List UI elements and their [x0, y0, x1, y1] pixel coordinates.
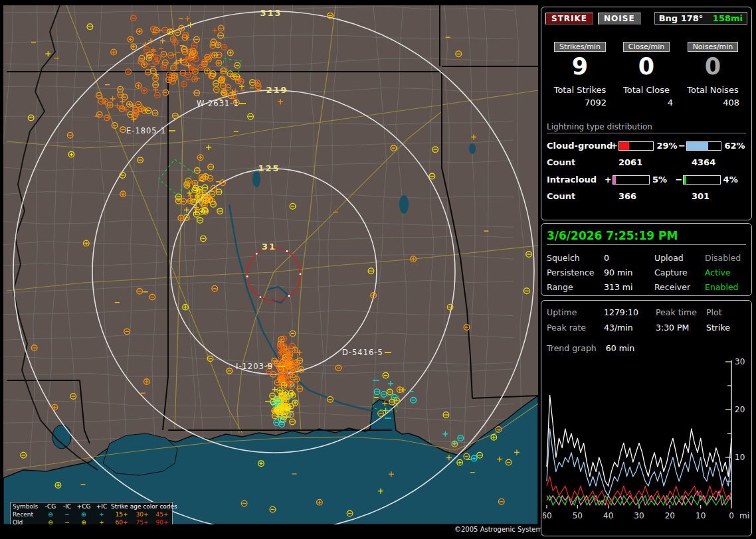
uptime-value: 1279:10 [604, 307, 656, 317]
ic-minus-count: 301 [692, 191, 709, 201]
persistence-label: Persistence [547, 268, 604, 277]
ic-plus-old-icon: + [92, 518, 111, 524]
cloud-ground-row: Cloud-ground + 29% − 62% [547, 141, 746, 151]
close-column: Close/min 0 Total Close 4 [613, 39, 680, 108]
legend-col-cg-plus: +CG [75, 502, 92, 510]
age-15: 15+ [111, 510, 132, 518]
cg-plus-recent-icon: ⊕ [75, 510, 92, 518]
svg-text:20: 20 [665, 511, 675, 520]
status-panel: 3/6/2026 7:25:19 PM Squelch 0 Upload Dis… [541, 223, 752, 296]
peak-time-label: Peak time [656, 307, 706, 317]
ic-minus-pct: 4% [723, 175, 746, 185]
trend-window-value: 60 min [606, 343, 634, 353]
strikes-per-min-chip: Strikes/min [554, 42, 606, 52]
uptime-label: Uptime [547, 307, 604, 317]
svg-text:219: 219 [266, 85, 288, 95]
bearing-distance: 158mi [713, 13, 743, 23]
ic-minus-old-icon: − [59, 518, 75, 524]
svg-text:10: 10 [696, 511, 706, 520]
peak-rate-value: 43/min [604, 323, 656, 333]
age-45: 45+ [152, 510, 172, 518]
trend-panel: Uptime 1279:10 Peak time Plot Peak rate … [541, 300, 752, 536]
cg-minus-recent-icon: ⊖ [42, 510, 59, 518]
legend-old-row: Old ⊖ − ⊕ + 60+ 75+ 90+ [11, 518, 172, 524]
svg-text:31: 31 [262, 242, 276, 252]
cg-plus-bar [618, 141, 654, 151]
bearing-readout: Bng 178° 158mi [654, 12, 747, 25]
squelch-value: 0 [604, 253, 654, 263]
stats-panel: STRIKE NOISE Bng 178° 158mi Strikes/min … [541, 7, 752, 220]
map-canvas[interactable]: W-2631-1E-1805-1I-1203-9D-5416-531321912… [3, 5, 538, 524]
lightning-map[interactable]: W-2631-1E-1805-1I-1203-9D-5416-531321912… [3, 5, 538, 524]
svg-text:50: 50 [573, 511, 583, 520]
cg-plus-old-icon: ⊕ [75, 518, 92, 524]
svg-text:I-1203-9: I-1203-9 [236, 362, 273, 371]
plot-label: Plot [706, 307, 750, 317]
plus-sign: + [605, 175, 612, 185]
noises-per-min-value: 0 [680, 53, 746, 80]
cg-minus-pct: 62% [724, 141, 746, 151]
distribution-title: Lightning type distribution [547, 122, 746, 133]
rate-columns: Strikes/min 9 Total Strikes 7092 Close/m… [547, 39, 746, 108]
legend-header-row: Symbols -CG -IC +CG +IC Strike age color… [11, 502, 172, 510]
plot-mode-value: Strike [706, 323, 750, 333]
settings-grid: Squelch 0 Upload Disabled Persistence 90… [547, 253, 746, 292]
ic-minus-recent-icon: − [59, 510, 75, 518]
persistence-value: 90 min [604, 268, 654, 277]
intracloud-row: Intracloud + 5% − 4% [547, 175, 746, 185]
cloud-ground-count-row: Count 2061 4364 [547, 157, 746, 167]
strikes-per-min-value: 9 [547, 53, 613, 80]
noise-button[interactable]: NOISE [598, 13, 641, 25]
squelch-label: Squelch [547, 253, 604, 263]
svg-text:30: 30 [735, 357, 745, 366]
intracloud-label: Intracloud [547, 175, 605, 185]
legend-recent-label: Recent [13, 510, 42, 518]
map-legend: Symbols -CG -IC +CG +IC Strike age color… [10, 502, 173, 524]
noises-column: Noises/min 0 Total Noises 408 [680, 39, 746, 108]
noises-per-min-chip: Noises/min [688, 42, 739, 52]
svg-text:313: 313 [260, 8, 282, 18]
ic-plus-recent-icon: + [92, 510, 111, 518]
ic-minus-bar [683, 175, 720, 185]
svg-text:0: 0 [729, 511, 734, 520]
svg-text:W-2631-1: W-2631-1 [197, 99, 239, 108]
age-75: 75+ [132, 518, 152, 524]
intracloud-count-row: Count 366 301 [547, 191, 746, 201]
count-label: Count [547, 157, 618, 167]
legend-col-ic-plus: +IC [92, 502, 111, 510]
close-per-min-value: 0 [613, 53, 680, 80]
legend-col-cg-minus: -CG [42, 502, 59, 510]
datetime-display: 3/6/2026 7:25:19 PM [547, 229, 746, 245]
svg-text:20: 20 [735, 405, 745, 414]
total-noises-value: 408 [680, 98, 746, 108]
age-60: 60+ [111, 518, 132, 524]
cg-minus-old-icon: ⊖ [42, 518, 59, 524]
close-per-min-chip: Close/min [623, 42, 670, 52]
age-30: 30+ [132, 510, 152, 518]
legend-col-ic-minus: -IC [59, 502, 75, 510]
upload-label: Upload [654, 253, 705, 263]
minus-sign: − [675, 175, 682, 185]
mode-button-row: STRIKE NOISE Bng 178° 158mi [545, 12, 747, 25]
strike-button[interactable]: STRIKE [545, 13, 593, 25]
legend-age-header: Strike age color codes [111, 502, 172, 510]
age-90: 90+ [152, 518, 172, 524]
count-label: Count [547, 191, 618, 201]
minus-sign: − [678, 141, 686, 151]
lightning-type-distribution: Lightning type distribution Cloud-ground… [547, 122, 746, 201]
plus-sign: + [611, 141, 618, 151]
trend-graph-header: Trend graph 60 min [547, 343, 746, 353]
capture-label: Capture [654, 268, 705, 277]
cg-minus-bar [686, 141, 721, 151]
ic-plus-bar [613, 175, 650, 185]
copyright-text: ©2005 Astrogenic Systems [454, 526, 545, 533]
svg-text:60: 60 [543, 511, 552, 520]
total-close-label: Total Close [613, 85, 680, 95]
trend-graph-label: Trend graph [547, 343, 597, 353]
receiver-label: Receiver [654, 282, 705, 292]
strikes-column: Strikes/min 9 Total Strikes 7092 [547, 39, 613, 108]
receiver-status: Enabled [705, 282, 751, 292]
total-close-value: 4 [613, 98, 680, 108]
svg-text:30: 30 [634, 511, 644, 520]
cloud-ground-label: Cloud-ground [547, 141, 611, 151]
